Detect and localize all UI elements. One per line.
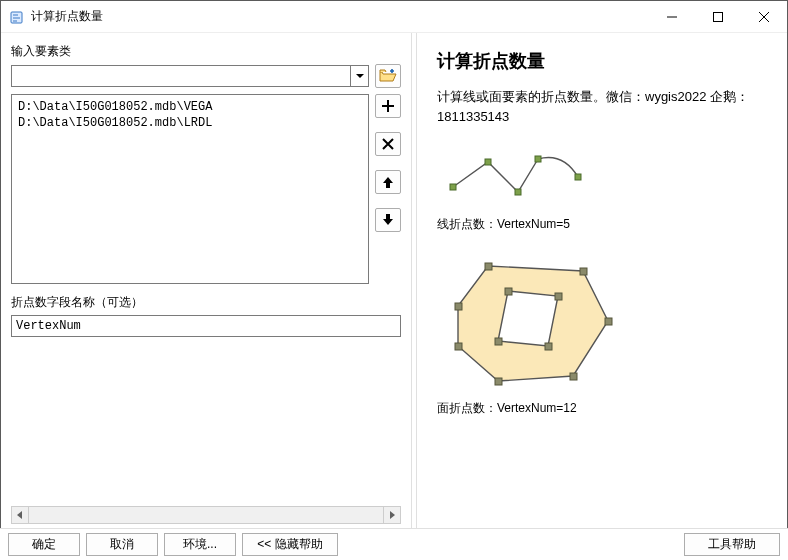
- svg-rect-6: [575, 174, 581, 180]
- line-caption: 线折点数：VertexNum=5: [437, 216, 767, 233]
- content-area: 输入要素类 D:\Data\I50G018052.mdb\VEGA D:\Dat…: [1, 33, 787, 528]
- tool-help-button[interactable]: 工具帮助: [684, 533, 780, 556]
- maximize-button[interactable]: [695, 1, 741, 33]
- list-side-buttons: [375, 94, 401, 284]
- svg-rect-14: [505, 288, 512, 295]
- list-item[interactable]: D:\Data\I50G018052.mdb\LRDL: [18, 115, 362, 131]
- svg-rect-7: [485, 263, 492, 270]
- window-title: 计算折点数量: [31, 8, 103, 25]
- input-combo-row: [11, 64, 401, 88]
- arrow-up-icon: [381, 175, 395, 189]
- polygon-caption: 面折点数：VertexNum=12: [437, 400, 767, 417]
- environments-button[interactable]: 环境...: [164, 533, 236, 556]
- x-icon: [381, 137, 395, 151]
- ok-button[interactable]: 确定: [8, 533, 80, 556]
- help-description: 计算线或面要素的折点数量。微信：wygis2022 企鹅：1811335143: [437, 87, 767, 127]
- scroll-left-button[interactable]: [11, 506, 29, 524]
- arrow-down-icon: [381, 213, 395, 227]
- input-features-label: 输入要素类: [11, 43, 401, 60]
- minimize-button[interactable]: [649, 1, 695, 33]
- remove-item-button[interactable]: [375, 132, 401, 156]
- feature-listbox[interactable]: D:\Data\I50G018052.mdb\VEGA D:\Data\I50G…: [11, 94, 369, 284]
- svg-rect-11: [495, 378, 502, 385]
- svg-rect-5: [535, 156, 541, 162]
- parameters-panel: 输入要素类 D:\Data\I50G018052.mdb\VEGA D:\Dat…: [1, 33, 411, 528]
- combo-dropdown-icon[interactable]: [350, 66, 368, 86]
- close-button[interactable]: [741, 1, 787, 33]
- hide-help-button[interactable]: << 隐藏帮助: [242, 533, 338, 556]
- scroll-track[interactable]: [29, 506, 383, 524]
- vertex-field-label: 折点数字段名称（可选）: [11, 294, 401, 311]
- svg-rect-8: [580, 268, 587, 275]
- scroll-right-button[interactable]: [383, 506, 401, 524]
- button-bar: 确定 取消 环境... << 隐藏帮助 工具帮助: [0, 528, 788, 560]
- browse-button[interactable]: [375, 64, 401, 88]
- horizontal-scrollbar[interactable]: [11, 506, 401, 524]
- svg-rect-16: [545, 343, 552, 350]
- plus-icon: [381, 99, 395, 113]
- input-features-combo[interactable]: [11, 65, 369, 87]
- svg-rect-12: [455, 343, 462, 350]
- list-item[interactable]: D:\Data\I50G018052.mdb\VEGA: [18, 99, 362, 115]
- app-icon: [9, 9, 25, 25]
- polygon-figure: [443, 251, 623, 391]
- help-title: 计算折点数量: [437, 49, 767, 73]
- move-up-button[interactable]: [375, 170, 401, 194]
- svg-rect-17: [495, 338, 502, 345]
- svg-rect-13: [455, 303, 462, 310]
- titlebar: 计算折点数量: [1, 1, 787, 33]
- cancel-button[interactable]: 取消: [86, 533, 158, 556]
- svg-rect-10: [570, 373, 577, 380]
- svg-rect-3: [485, 159, 491, 165]
- feature-list-area: D:\Data\I50G018052.mdb\VEGA D:\Data\I50G…: [11, 94, 401, 284]
- vertex-field-input[interactable]: [11, 315, 401, 337]
- svg-rect-1: [714, 12, 723, 21]
- move-down-button[interactable]: [375, 208, 401, 232]
- line-figure: [443, 147, 593, 207]
- svg-rect-4: [515, 189, 521, 195]
- svg-rect-2: [450, 184, 456, 190]
- help-panel: 计算折点数量 计算线或面要素的折点数量。微信：wygis2022 企鹅：1811…: [417, 33, 787, 528]
- add-item-button[interactable]: [375, 94, 401, 118]
- svg-rect-9: [605, 318, 612, 325]
- folder-open-icon: [379, 68, 397, 84]
- svg-rect-15: [555, 293, 562, 300]
